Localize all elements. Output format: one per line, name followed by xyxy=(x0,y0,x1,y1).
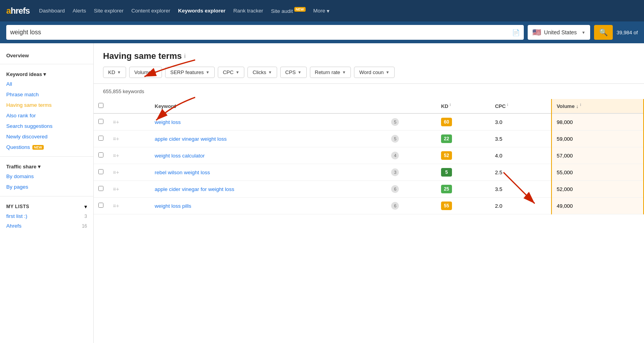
content-area: Having same terms i KD ▼ Volume ▼ SERP f… xyxy=(94,43,644,343)
list-item-ahrefs[interactable]: Ahrefs 16 xyxy=(0,221,93,231)
keyword-ideas-arrow-icon: ▾ xyxy=(43,71,46,77)
add-to-list-icon[interactable]: ≡+ xyxy=(113,152,119,159)
kd-info-icon[interactable]: ⁱ xyxy=(450,103,451,109)
sidebar-item-questions[interactable]: Questions NEW xyxy=(0,142,93,152)
nav-site-audit[interactable]: Site auditNEW xyxy=(271,7,305,14)
row-checkbox-cell xyxy=(94,147,108,164)
row-checkbox[interactable] xyxy=(98,152,103,157)
filter-cpc[interactable]: CPC ▼ xyxy=(218,67,244,78)
filter-cps[interactable]: CPS ▼ xyxy=(280,67,307,78)
volume-info-icon[interactable]: ⁱ xyxy=(580,103,581,109)
keyword-link[interactable]: weight loss pills xyxy=(155,203,191,209)
traffic-share-header[interactable]: Traffic share ▾ xyxy=(0,161,93,171)
file-icon[interactable]: 📄 xyxy=(512,29,520,36)
country-dropdown-arrow-icon: ▼ xyxy=(582,30,585,35)
add-to-list-icon[interactable]: ≡+ xyxy=(113,186,119,192)
filter-clicks[interactable]: Clicks ▼ xyxy=(247,67,277,78)
cpc-info-icon[interactable]: ⁱ xyxy=(507,103,508,109)
search-bar: 📄 🇺🇸 United States ▼ 🔍 39,984 of xyxy=(0,21,644,43)
result-count-circle: 5 xyxy=(391,135,399,143)
add-to-list-icon[interactable]: ≡+ xyxy=(113,136,119,142)
return-rate-filter-arrow-icon: ▼ xyxy=(342,70,346,74)
row-checkbox[interactable] xyxy=(98,169,103,174)
table-row: ≡+ apple cider vinegar for weight loss 6… xyxy=(94,181,644,198)
select-all-checkbox[interactable] xyxy=(98,103,103,108)
row-kd-cell: 22 xyxy=(436,131,490,147)
title-info-icon[interactable]: i xyxy=(184,53,186,59)
sidebar-item-all[interactable]: All xyxy=(0,79,93,89)
nav-dashboard[interactable]: Dashboard xyxy=(39,8,65,14)
row-cpc-cell: 2.5 xyxy=(490,164,551,181)
row-checkbox-cell xyxy=(94,164,108,181)
search-input[interactable] xyxy=(10,29,509,36)
sidebar-item-search-suggestions[interactable]: Search suggestions xyxy=(0,121,93,131)
logo-hrefs: hrefs xyxy=(11,6,30,16)
add-to-list-icon[interactable]: ≡+ xyxy=(113,203,119,209)
result-count-circle: 6 xyxy=(391,185,399,193)
search-button[interactable]: 🔍 xyxy=(594,25,613,40)
row-checkbox[interactable] xyxy=(98,119,103,124)
my-lists-header[interactable]: MY LISTS ▾ xyxy=(0,200,93,211)
row-kd-cell: 25 xyxy=(436,181,490,198)
row-checkbox[interactable] xyxy=(98,186,103,191)
search-input-wrapper: 📄 xyxy=(6,25,524,40)
keyword-link[interactable]: weight loss xyxy=(155,119,181,125)
row-keyword-cell: weight loss pills xyxy=(150,198,386,214)
traffic-arrow-icon: ▾ xyxy=(38,164,41,170)
my-lists-arrow-icon: ▾ xyxy=(84,203,87,210)
row-kd-cell: 55 xyxy=(436,198,490,214)
list-item-first-list[interactable]: first list :) 3 xyxy=(0,211,93,221)
filter-serp-features[interactable]: SERP features ▼ xyxy=(165,67,215,78)
table-row: ≡+ weight loss calculator 4 52 4.0 57,00… xyxy=(94,147,644,164)
volume-filter-arrow-icon: ▼ xyxy=(153,70,157,74)
country-selector[interactable]: 🇺🇸 United States ▼ xyxy=(528,25,590,40)
row-circle-cell: 3 xyxy=(386,164,436,181)
nav-more[interactable]: More ▾ xyxy=(313,8,330,14)
serp-filter-arrow-icon: ▼ xyxy=(206,70,210,74)
th-keyword[interactable]: Keyword xyxy=(150,99,386,113)
row-volume-cell: 55,000 xyxy=(551,164,644,181)
row-add-cell: ≡+ xyxy=(108,113,150,131)
th-kd[interactable]: KD ⁱ xyxy=(436,99,490,113)
keyword-ideas-header[interactable]: Keyword ideas ▾ xyxy=(0,68,93,79)
filter-kd[interactable]: KD ▼ xyxy=(103,67,126,78)
nav-site-explorer[interactable]: Site explorer xyxy=(94,8,124,14)
keyword-link[interactable]: apple cider vinegar for weight loss xyxy=(155,186,234,192)
add-to-list-icon[interactable]: ≡+ xyxy=(113,119,119,125)
filter-return-rate[interactable]: Return rate ▼ xyxy=(310,67,351,78)
logo-a: a xyxy=(6,6,11,16)
search-icon: 🔍 xyxy=(599,28,608,37)
keyword-link[interactable]: rebel wilson weight loss xyxy=(155,170,210,175)
row-checkbox[interactable] xyxy=(98,203,103,208)
nav-content-explorer[interactable]: Content explorer xyxy=(131,8,170,14)
keyword-link[interactable]: apple cider vinegar weight loss xyxy=(155,136,227,142)
row-circle-cell: 5 xyxy=(386,113,436,131)
sidebar-item-phrase-match[interactable]: Phrase match xyxy=(0,89,93,100)
filter-volume[interactable]: Volume ▼ xyxy=(129,67,162,78)
sidebar-item-by-pages[interactable]: By pages xyxy=(0,182,93,192)
add-to-list-icon[interactable]: ≡+ xyxy=(113,169,119,175)
nav-rank-tracker[interactable]: Rank tracker xyxy=(233,8,263,14)
cps-filter-arrow-icon: ▼ xyxy=(298,70,302,74)
sidebar-item-having-same-terms[interactable]: Having same terms xyxy=(0,100,93,110)
page-title: Having same terms i xyxy=(103,51,635,61)
row-cpc-cell: 3.5 xyxy=(490,131,551,147)
logo[interactable]: ahrefs xyxy=(6,6,30,16)
row-kd-cell: 52 xyxy=(436,147,490,164)
nav-keywords-explorer[interactable]: Keywords explorer xyxy=(178,8,226,14)
sidebar-divider-3 xyxy=(0,196,93,196)
sidebar-item-newly-discovered[interactable]: Newly discovered xyxy=(0,131,93,142)
row-checkbox-cell xyxy=(94,113,108,131)
nav-alerts[interactable]: Alerts xyxy=(73,8,86,14)
keyword-link[interactable]: weight loss calculator xyxy=(155,153,205,159)
table-row: ≡+ rebel wilson weight loss 3 5 2.5 55,0… xyxy=(94,164,644,181)
filter-word-count[interactable]: Word coun ▼ xyxy=(354,67,395,78)
result-count-circle: 4 xyxy=(391,152,399,159)
th-cpc[interactable]: CPC ⁱ xyxy=(490,99,551,113)
overview-link[interactable]: Overview xyxy=(0,50,93,60)
top-nav: ahrefs Dashboard Alerts Site explorer Co… xyxy=(0,0,644,21)
sidebar-item-by-domains[interactable]: By domains xyxy=(0,171,93,182)
row-checkbox[interactable] xyxy=(98,136,103,141)
th-volume[interactable]: Volume ↓ ⁱ xyxy=(551,99,644,113)
sidebar-item-also-rank-for[interactable]: Also rank for xyxy=(0,110,93,121)
